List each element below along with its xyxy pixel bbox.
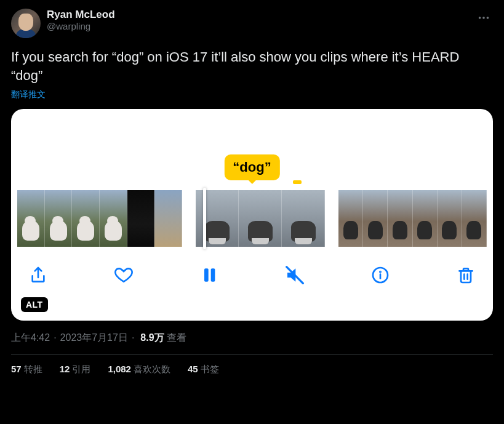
media-toolbar (17, 259, 487, 291)
trash-icon[interactable] (450, 259, 482, 291)
quotes-stat[interactable]: 12引用 (60, 364, 91, 375)
clip-frame (45, 190, 73, 247)
clip-frame (413, 190, 438, 247)
video-timeline[interactable] (17, 190, 487, 247)
svg-rect-4 (211, 269, 215, 282)
clip-group[interactable] (338, 190, 487, 247)
retweets-stat[interactable]: 57转推 (11, 364, 42, 375)
tweet-time[interactable]: 上午4:42 (11, 332, 50, 345)
tweet-stats: 57转推 12引用 1,082喜欢次数 45书签 (11, 364, 493, 375)
quotes-count: 12 (60, 364, 70, 374)
tweet-text: If you search for “dog” on iOS 17 it’ll … (11, 48, 493, 84)
info-icon[interactable] (364, 259, 396, 291)
retweets-label: 转推 (24, 364, 42, 374)
clip-frame (282, 190, 325, 247)
share-icon[interactable] (22, 259, 54, 291)
search-tooltip: “dog” (224, 154, 279, 180)
quotes-label: 引用 (72, 364, 90, 374)
tweet-date[interactable]: 2023年7月17日 (60, 332, 128, 345)
clip-frame (239, 190, 282, 247)
views-label: 查看 (167, 332, 186, 345)
clip-frame (462, 190, 487, 247)
svg-point-2 (487, 17, 489, 19)
author-names[interactable]: Ryan McLeod @warpling (47, 9, 468, 31)
clip-frame (196, 190, 239, 247)
bookmarks-count: 45 (188, 364, 198, 374)
playhead[interactable] (203, 188, 206, 249)
clip-frame (100, 190, 127, 247)
bookmarks-label: 书签 (201, 364, 219, 374)
tweet-meta: 上午4:42 · 2023年7月17日 · 8.9万 查看 (11, 332, 493, 345)
more-icon[interactable] (474, 9, 493, 27)
translate-link[interactable]: 翻译推文 (11, 89, 46, 100)
svg-point-1 (482, 17, 485, 19)
clip-frame (127, 190, 155, 247)
search-match-marker (293, 180, 302, 184)
heart-icon[interactable] (108, 259, 140, 291)
clip-frame (388, 190, 412, 247)
clip-frame (72, 190, 100, 247)
svg-point-0 (479, 17, 481, 19)
pause-icon[interactable] (193, 259, 225, 291)
retweets-count: 57 (11, 364, 22, 374)
media-card[interactable]: “dog” (11, 109, 493, 321)
svg-rect-3 (204, 269, 209, 282)
divider (11, 354, 493, 355)
mute-icon[interactable] (279, 259, 311, 291)
svg-point-7 (380, 271, 380, 272)
handle: @warpling (47, 21, 468, 31)
clip-frame (363, 190, 388, 247)
alt-badge[interactable]: ALT (21, 297, 48, 312)
likes-stat[interactable]: 1,082喜欢次数 (108, 364, 170, 375)
likes-label: 喜欢次数 (134, 364, 170, 374)
clip-group[interactable] (17, 190, 182, 247)
clip-frame (17, 190, 45, 247)
display-name: Ryan McLeod (47, 9, 468, 21)
tweet-header: Ryan McLeod @warpling (11, 9, 493, 38)
clip-frame (338, 190, 363, 247)
bookmarks-stat[interactable]: 45书签 (188, 364, 219, 375)
clip-frame (154, 190, 182, 247)
views-count: 8.9万 (140, 332, 164, 345)
likes-count: 1,082 (108, 364, 131, 374)
avatar[interactable] (11, 9, 41, 38)
tweet-container: Ryan McLeod @warpling If you search for … (0, 0, 504, 382)
clip-frame (438, 190, 462, 247)
clip-group[interactable] (196, 190, 325, 247)
